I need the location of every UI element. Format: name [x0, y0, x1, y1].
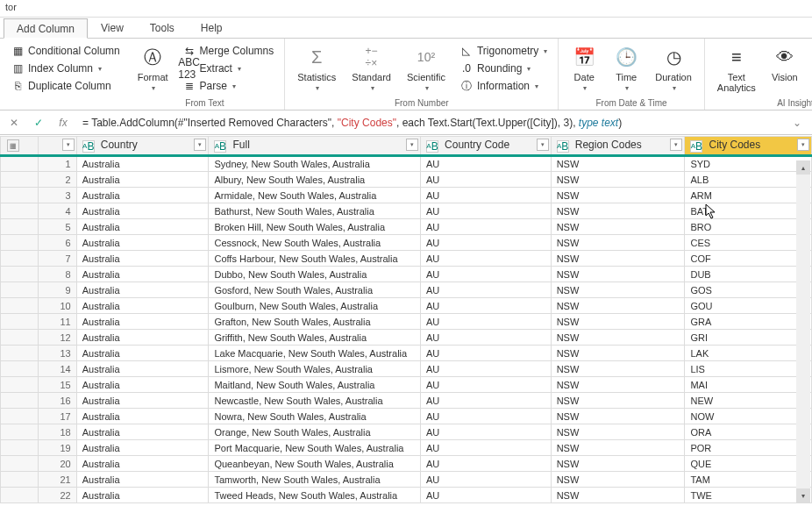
cell[interactable]: NSW: [551, 330, 685, 346]
table-row[interactable]: 4AustraliaBathurst, New South Wales, Aus…: [1, 203, 812, 219]
cell[interactable]: GOU: [685, 298, 812, 314]
cell[interactable]: GRI: [685, 330, 812, 346]
cell[interactable]: Albury, New South Wales, Australia: [209, 172, 421, 188]
cell[interactable]: NSW: [551, 409, 685, 424]
cell[interactable]: Sydney, New South Wales, Australia: [209, 156, 421, 172]
cell[interactable]: AU: [421, 346, 552, 361]
cell[interactable]: AU: [421, 409, 552, 424]
filter-icon[interactable]: ▾: [537, 139, 549, 151]
cell[interactable]: NSW: [551, 440, 685, 456]
cell[interactable]: Australia: [76, 346, 209, 361]
cell[interactable]: AU: [421, 440, 552, 456]
cell[interactable]: BAT: [685, 203, 812, 219]
cell[interactable]: DUB: [685, 267, 812, 282]
cell[interactable]: Australia: [76, 251, 209, 267]
information-button[interactable]: ⓘ Information: [456, 77, 551, 95]
cell[interactable]: Australia: [76, 282, 209, 298]
cell[interactable]: SYD: [685, 156, 812, 172]
cell[interactable]: NSW: [551, 488, 685, 503]
cell[interactable]: Australia: [76, 440, 209, 456]
cell[interactable]: Australia: [76, 219, 209, 235]
azure-ml-button[interactable]: △ Azure Machine Learning: [808, 42, 812, 95]
cell[interactable]: MAI: [685, 377, 812, 393]
cell[interactable]: Cessnock, New South Wales, Australia: [209, 235, 421, 251]
cell[interactable]: Tweed Heads, New South Wales, Australia: [209, 488, 421, 503]
cell[interactable]: NSW: [551, 267, 685, 282]
cell[interactable]: Nowra, New South Wales, Australia: [209, 409, 421, 424]
cell[interactable]: Australia: [76, 424, 209, 440]
text-analytics-button[interactable]: ≡ Text Analytics: [712, 42, 761, 95]
rounding-button[interactable]: .0 Rounding: [456, 60, 551, 77]
cell[interactable]: Gosford, New South Wales, Australia: [209, 282, 421, 298]
cell[interactable]: Australia: [76, 377, 209, 393]
cell[interactable]: AU: [421, 298, 552, 314]
cancel-formula-button[interactable]: ✕: [5, 114, 23, 132]
filter-icon[interactable]: ▾: [670, 139, 682, 151]
cell[interactable]: Armidale, New South Wales, Australia: [209, 188, 421, 203]
cell[interactable]: POR: [685, 440, 812, 456]
cell[interactable]: Australia: [76, 156, 209, 172]
cell[interactable]: Australia: [76, 172, 209, 188]
table-row[interactable]: 5AustraliaBroken Hill, New South Wales, …: [1, 219, 812, 235]
cell[interactable]: NEW: [685, 393, 812, 409]
table-row[interactable]: 1AustraliaSydney, New South Wales, Austr…: [1, 156, 812, 172]
cell[interactable]: NSW: [551, 377, 685, 393]
date-button[interactable]: 📅 Date: [566, 42, 602, 94]
cell[interactable]: Tamworth, New South Wales, Australia: [209, 472, 421, 488]
cell[interactable]: AU: [421, 267, 552, 282]
cell[interactable]: NSW: [551, 282, 685, 298]
cell[interactable]: Queanbeyan, New South Wales, Australia: [209, 456, 421, 472]
table-row[interactable]: 17AustraliaNowra, New South Wales, Austr…: [1, 409, 812, 424]
cell[interactable]: Australia: [76, 203, 209, 219]
cell[interactable]: ARM: [685, 188, 812, 203]
cell[interactable]: NSW: [551, 172, 685, 188]
cell[interactable]: Australia: [76, 456, 209, 472]
cell[interactable]: AU: [421, 156, 552, 172]
cell[interactable]: Australia: [76, 409, 209, 424]
cell[interactable]: NSW: [551, 314, 685, 330]
table-row[interactable]: 19AustraliaPort Macquarie, New South Wal…: [1, 440, 812, 456]
cell[interactable]: Australia: [76, 267, 209, 282]
cell[interactable]: NSW: [551, 156, 685, 172]
filter-icon[interactable]: ▾: [797, 139, 809, 151]
filter-icon[interactable]: ▾: [406, 139, 418, 151]
cell[interactable]: NSW: [551, 298, 685, 314]
table-row[interactable]: 20AustraliaQueanbeyan, New South Wales, …: [1, 456, 812, 472]
parse-button[interactable]: ≣ Parse: [179, 77, 278, 95]
cell[interactable]: NOW: [685, 409, 812, 424]
table-row[interactable]: 14AustraliaLismore, New South Wales, Aus…: [1, 361, 812, 377]
table-row[interactable]: 16AustraliaNewcastle, New South Wales, A…: [1, 393, 812, 409]
cell[interactable]: BRO: [685, 219, 812, 235]
filter-icon[interactable]: ▾: [194, 139, 206, 151]
tab-help[interactable]: Help: [188, 18, 236, 38]
cell[interactable]: Orange, New South Wales, Australia: [209, 424, 421, 440]
cell[interactable]: Lake Macquarie, New South Wales, Austral…: [209, 346, 421, 361]
rownum-header[interactable]: ▾: [39, 137, 76, 156]
cell[interactable]: Broken Hill, New South Wales, Australia: [209, 219, 421, 235]
cell[interactable]: NSW: [551, 188, 685, 203]
cell[interactable]: NSW: [551, 235, 685, 251]
cell[interactable]: Australia: [76, 361, 209, 377]
col-header-region-codes[interactable]: AB Region Codes ▾: [551, 137, 685, 156]
cell[interactable]: AU: [421, 235, 552, 251]
cell[interactable]: CES: [685, 235, 812, 251]
cell[interactable]: Grafton, New South Wales, Australia: [209, 314, 421, 330]
cell[interactable]: NSW: [551, 472, 685, 488]
cell[interactable]: Australia: [76, 314, 209, 330]
cell[interactable]: Australia: [76, 298, 209, 314]
table-row[interactable]: 2AustraliaAlbury, New South Wales, Austr…: [1, 172, 812, 188]
cell[interactable]: Newcastle, New South Wales, Australia: [209, 393, 421, 409]
cell[interactable]: AU: [421, 456, 552, 472]
cell[interactable]: AU: [421, 393, 552, 409]
tab-add-column[interactable]: Add Column: [4, 18, 88, 39]
cell[interactable]: AU: [421, 219, 552, 235]
duration-button[interactable]: ◷ Duration: [650, 42, 697, 94]
table-corner[interactable]: ▦: [1, 137, 39, 156]
scroll-down-icon[interactable]: ▾: [796, 488, 810, 502]
filter-icon[interactable]: ▾: [62, 139, 75, 151]
cell[interactable]: Griffith, New South Wales, Australia: [209, 330, 421, 346]
cell[interactable]: AU: [421, 172, 552, 188]
conditional-column-button[interactable]: ▦ Conditional Column: [7, 42, 124, 60]
cell[interactable]: Bathurst, New South Wales, Australia: [209, 203, 421, 219]
tab-view[interactable]: View: [88, 18, 137, 38]
